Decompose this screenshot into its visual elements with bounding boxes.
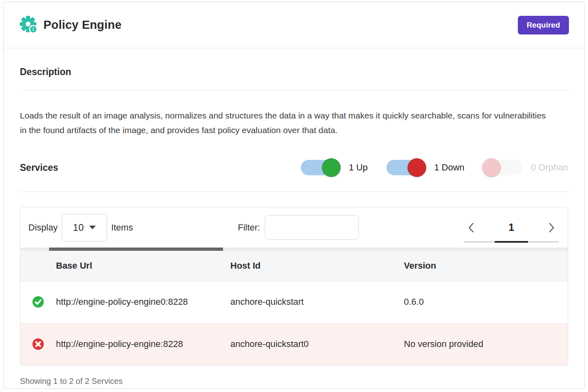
service-status-toggles: 1 Up 1 Down 0 Orphan xyxy=(301,160,568,175)
toggle-knob xyxy=(408,158,426,177)
prev-page-button[interactable] xyxy=(464,220,479,235)
required-badge: Required xyxy=(518,16,569,34)
pagination: 1 xyxy=(464,207,559,248)
toggle-knob xyxy=(482,158,501,177)
toggle-group-orphan: 0 Orphan xyxy=(483,160,568,175)
page-title: Policy Engine xyxy=(43,18,122,32)
version-cell: 0.6.0 xyxy=(404,281,568,323)
status-down-icon xyxy=(32,338,44,350)
pagination-track xyxy=(464,241,559,243)
services-heading: Services xyxy=(20,162,58,173)
base-url-column-header: Base Url xyxy=(56,251,230,281)
current-page-number: 1 xyxy=(509,222,514,233)
policy-engine-panel: i Policy Engine Required Description Loa… xyxy=(3,2,585,389)
items-label: Items xyxy=(111,222,133,233)
toggle-group-up: 1 Up xyxy=(301,160,386,175)
filter-input[interactable] xyxy=(265,215,359,240)
description-text: Loads the result of an image analysis, n… xyxy=(20,108,551,138)
down-services-toggle[interactable] xyxy=(386,160,425,175)
description-divider xyxy=(20,90,568,90)
items-per-page-value: 10 xyxy=(73,222,84,233)
table-row: http://engine-policy-engine:8228 anchore… xyxy=(20,323,568,365)
version-cell: No version provided xyxy=(404,323,568,365)
base-url-cell: http://engine-policy-engine0:8228 xyxy=(56,281,230,323)
orphan-services-label: 0 Orphan xyxy=(531,162,568,173)
pagination-active-indicator xyxy=(495,241,528,243)
services-divider xyxy=(20,192,568,192)
display-label: Display xyxy=(28,222,58,233)
chevron-left-icon xyxy=(468,222,474,233)
up-services-toggle[interactable] xyxy=(301,160,340,175)
showing-summary: Showing 1 to 2 of 2 Services xyxy=(20,377,568,386)
up-services-label: 1 Up xyxy=(349,162,367,173)
scrollbar-thumb[interactable] xyxy=(49,248,223,251)
services-table-card: Display 10 Items Filter: 1 xyxy=(20,207,568,366)
orphan-services-toggle xyxy=(483,160,522,175)
host-id-cell: anchore-quickstart0 xyxy=(230,323,404,365)
policy-engine-gear-icon: i xyxy=(20,16,39,34)
base-url-cell: http://engine-policy-engine:8228 xyxy=(56,323,230,365)
table-horizontal-scrollbar[interactable] xyxy=(20,248,568,251)
table-row: http://engine-policy-engine0:8228 anchor… xyxy=(20,281,568,323)
status-up-icon xyxy=(32,296,44,308)
description-heading: Description xyxy=(20,67,568,78)
version-column-header: Version xyxy=(404,251,568,281)
chevron-down-icon xyxy=(89,226,96,229)
toggle-group-down: 1 Down xyxy=(386,160,483,175)
table-controls: Display 10 Items Filter: 1 xyxy=(20,207,568,248)
host-id-column-header: Host Id xyxy=(230,251,404,281)
filter-label: Filter: xyxy=(238,222,260,233)
chevron-right-icon xyxy=(548,222,555,233)
table-header-row: Base Url Host Id Version xyxy=(20,251,568,281)
items-per-page-select[interactable]: 10 xyxy=(62,214,107,241)
services-table: Base Url Host Id Version xyxy=(20,251,568,365)
panel-header: i Policy Engine Required xyxy=(4,2,584,48)
host-id-cell: anchore-quickstart xyxy=(230,281,404,323)
status-column-header xyxy=(20,251,56,281)
down-services-label: 1 Down xyxy=(434,162,465,173)
next-page-button[interactable] xyxy=(544,220,559,235)
toggle-knob xyxy=(322,158,341,177)
